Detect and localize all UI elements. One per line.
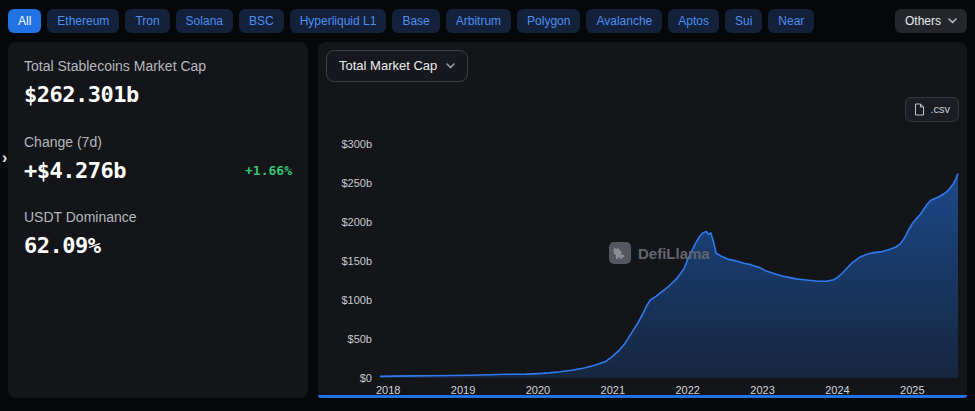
chain-tab-base[interactable]: Base (392, 9, 439, 33)
change-7d-value: +$4.276b (24, 157, 126, 185)
chain-tab-tron[interactable]: Tron (125, 9, 169, 33)
svg-text:$100b: $100b (341, 294, 372, 306)
chain-tab-all[interactable]: All (8, 9, 41, 33)
chain-tab-sui[interactable]: Sui (725, 9, 762, 33)
chart-area: .csv DefiLlama $0$50b$100b$150b$200b$250… (326, 84, 959, 400)
market-cap-value: $262.301b (24, 81, 292, 109)
chain-filter-bar: All Ethereum Tron Solana BSC Hyperliquid… (0, 0, 975, 38)
chart-bottom-axis-line (318, 395, 967, 398)
svg-text:$250b: $250b (341, 177, 372, 189)
change-7d-percent: +1.66% (245, 163, 292, 178)
others-dropdown[interactable]: Others (895, 9, 967, 33)
svg-text:$0: $0 (360, 372, 372, 384)
stablecoins-dashboard: All Ethereum Tron Solana BSC Hyperliquid… (0, 0, 975, 406)
file-icon (914, 103, 925, 116)
usdt-dominance-value: 62.09% (24, 232, 292, 260)
svg-text:$300b: $300b (341, 138, 372, 150)
csv-label: .csv (930, 104, 950, 115)
chain-tab-aptos[interactable]: Aptos (668, 9, 719, 33)
chain-tab-solana[interactable]: Solana (176, 9, 233, 33)
others-label: Others (905, 15, 941, 27)
chain-tab-ethereum[interactable]: Ethereum (47, 9, 119, 33)
svg-text:$200b: $200b (341, 216, 372, 228)
chain-tab-near[interactable]: Near (768, 9, 814, 33)
stats-panel: Total Stablecoins Market Cap $262.301b C… (8, 42, 308, 398)
chevron-down-icon (446, 63, 455, 69)
main-content: Total Stablecoins Market Cap $262.301b C… (0, 38, 975, 406)
panel-expand-chevron[interactable]: › (2, 150, 7, 166)
csv-download-button[interactable]: .csv (905, 97, 959, 122)
metric-dropdown-label: Total Market Cap (339, 59, 437, 73)
usdt-dominance-label: USDT Dominance (24, 209, 292, 225)
market-cap-label: Total Stablecoins Market Cap (24, 58, 292, 74)
chain-tab-bsc[interactable]: BSC (239, 9, 284, 33)
svg-text:$50b: $50b (348, 333, 372, 345)
change-7d-label: Change (7d) (24, 134, 292, 150)
market-cap-stat: Total Stablecoins Market Cap $262.301b (24, 58, 292, 109)
metric-dropdown[interactable]: Total Market Cap (326, 50, 468, 82)
chain-tab-arbitrum[interactable]: Arbitrum (446, 9, 511, 33)
change-7d-stat: Change (7d) +$4.276b +1.66% (24, 134, 292, 185)
chain-tab-avalanche[interactable]: Avalanche (586, 9, 662, 33)
chevron-down-icon (948, 18, 957, 24)
chain-tab-polygon[interactable]: Polygon (517, 9, 580, 33)
chain-tab-hyperliquid-l1[interactable]: Hyperliquid L1 (290, 9, 387, 33)
chart-panel: Total Market Cap .csv DefiLlama (318, 42, 967, 398)
stablecoins-market-cap-chart[interactable]: $0$50b$100b$150b$200b$250b$300b201820192… (326, 84, 959, 400)
usdt-dominance-stat: USDT Dominance 62.09% (24, 209, 292, 260)
svg-text:$150b: $150b (341, 255, 372, 267)
